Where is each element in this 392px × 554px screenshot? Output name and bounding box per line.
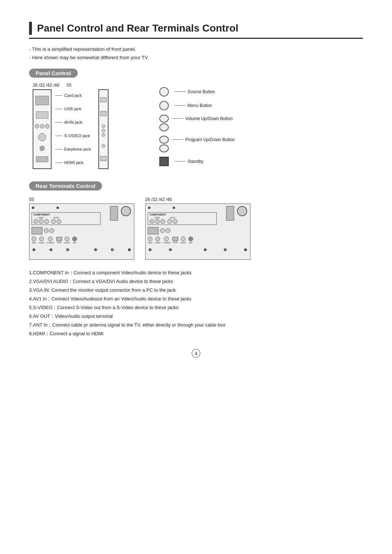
hdmi226-rect [172, 237, 178, 241]
audio-label-55: AUDIO [53, 217, 59, 219]
vol-up-button [159, 115, 169, 123]
menu-button-row: Menu Button [159, 101, 212, 110]
audio-label-26: AUDIO [170, 217, 175, 219]
port-55-c4 [102, 144, 105, 148]
vc-3 [44, 219, 49, 224]
panel-jack-labels: Card jack USB jack AVIN jack S-VIDEO jac… [55, 89, 91, 169]
panel-port-box-55 [98, 89, 109, 169]
power-button-row: Standby [159, 157, 204, 166]
avin-port-1 [35, 124, 39, 128]
rear-box-55: ❶ ❷ COMPONENT VIDEO [29, 204, 134, 260]
hdmi2-label-55: HDMI [57, 241, 62, 243]
audio3-port-26: AUDIO [180, 237, 186, 244]
panel-port-box-26 [33, 89, 52, 169]
component-ports-26: VIDEO AUDIO [150, 217, 215, 224]
svideo-c [48, 237, 53, 241]
card-jack-port [35, 96, 49, 105]
svideo-port [38, 133, 46, 141]
extra-ports-26 [160, 228, 170, 233]
hdmi-port [36, 156, 48, 162]
audio-port-55: AUDIO [39, 237, 45, 244]
page-number: 4 [29, 349, 363, 358]
source-button-row: Source Button [159, 87, 215, 97]
svideo-port-26: S-VIDEO [163, 237, 170, 244]
audio326-c [181, 237, 185, 241]
hdmi2-rect [56, 237, 62, 241]
card-jack-label: Card jack [55, 93, 91, 98]
vc26-3 [160, 219, 165, 224]
avin-ports [35, 124, 49, 128]
panel-box-55-wrapper [98, 89, 109, 169]
title-bar-decoration [29, 22, 32, 35]
vga-port-26 [148, 227, 159, 234]
audio3-c [65, 237, 69, 241]
ch-up-button [159, 136, 169, 144]
middle-ports-55 [32, 227, 132, 234]
standby-label: Standby [175, 159, 204, 164]
audio-group-26: AUDIO [167, 217, 177, 224]
audio3-port-55: AUDIO [64, 237, 70, 244]
numbering-row-26: ❹ ❺ ❸ ❽ ❼ [148, 248, 248, 252]
audio-circles-26 [167, 219, 177, 224]
video-group-26: VIDEO [150, 217, 165, 224]
ant-label-55: ANT [73, 242, 76, 244]
ac-2 [57, 219, 61, 224]
rear-top-circle-55 [121, 206, 131, 216]
svideo-jack-label: S-VIDEO jack [55, 134, 91, 138]
rear-unit-26: 26 /32 /42 /46 ❶ ❷ COMPONENT VIDEO [145, 197, 250, 260]
rear-model-label-55: 55 [29, 197, 134, 202]
rear-hdmi-rect-55 [110, 206, 118, 221]
page-title: Panel Control and Rear Terminals Control [29, 22, 363, 39]
audio-circles-55 [51, 219, 61, 224]
ep26-2 [166, 228, 170, 233]
svideo-port-55: S-VIDEO [46, 237, 54, 244]
ant26-c [188, 237, 193, 241]
ep-1 [44, 228, 49, 233]
port-55-2 [100, 111, 107, 116]
vmi-port-55: VMA1 [32, 237, 37, 244]
vmi-label: VMA1 [32, 242, 37, 244]
component-ports-55: VIDEO AUDIO [33, 217, 99, 224]
panel-right-buttons: Source Button Menu Button Vol [159, 87, 235, 171]
ant-port-55: ANT [72, 237, 77, 244]
source-button-label: Source Button [175, 89, 215, 94]
svideo26-label: S-VIDEO [163, 242, 170, 244]
hdmi2-port-55: HDMI [56, 237, 62, 243]
ep26-1 [160, 228, 165, 233]
component-block-55: COMPONENT VIDEO AUDIO [32, 212, 101, 225]
port-55-4 [100, 156, 107, 161]
ch-button-label: Program Up/Down Button [172, 137, 235, 142]
bottom-ports-55: VMA1 AUDIO S-VIDEO HDMI [32, 237, 132, 244]
ch-down-button [159, 144, 169, 152]
menu-button [159, 101, 169, 110]
port-55-group [102, 124, 105, 137]
rear-model-label-26: 26 /32 /42 /46 [145, 197, 250, 202]
vc-2 [39, 219, 44, 224]
audio26-c [155, 237, 160, 241]
video-group-55: VIDEO [33, 217, 49, 224]
vol-pair [159, 115, 169, 131]
port-55-c2 [102, 129, 105, 132]
usb-jack-label: USB jack [55, 107, 91, 111]
avin-jack-label: AVIN jack [55, 120, 91, 124]
video-label-26: VIDEO [155, 217, 160, 219]
video-circles-55 [33, 219, 49, 224]
svideo26-c [164, 237, 169, 241]
panel-control-label: Panel Control [29, 69, 78, 78]
vmi26-c [148, 237, 152, 241]
vol-button-label: Volume Up/Down Button [172, 116, 233, 121]
port-55-c1 [102, 124, 105, 128]
svideo-label-55: S-VIDEO [46, 242, 54, 244]
audio-c [39, 237, 44, 241]
ep-2 [49, 228, 54, 233]
component-block-26: COMPONENT VIDEO AUDIO [148, 212, 217, 225]
audio326-label: AUDIO [180, 242, 186, 244]
panel-left-inner: Card jack USB jack AVIN jack S-VIDEO jac… [33, 89, 109, 169]
tvav-button [159, 87, 169, 97]
vmi-port-26: VMA1 [148, 237, 153, 244]
audio-port-26: AUDIO [155, 237, 161, 244]
power-button [159, 157, 169, 166]
avin-port-2 [40, 124, 44, 128]
earphone-port [40, 146, 45, 151]
numbering-row-55: ❹ ❺ ❻ ❸ ❽ ❼ [32, 248, 132, 252]
